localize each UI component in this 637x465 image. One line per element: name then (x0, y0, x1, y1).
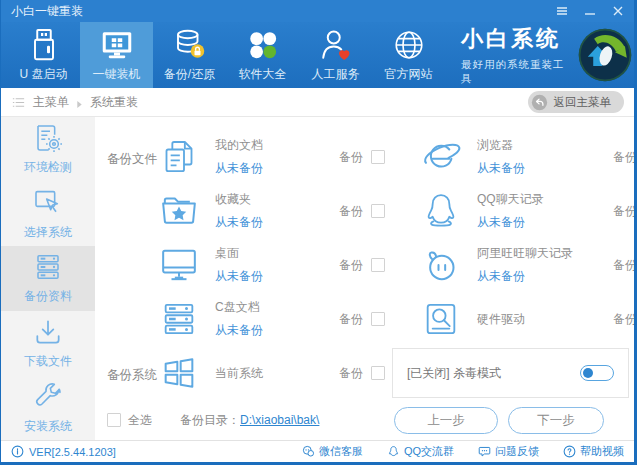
backup-caption: 备份 (613, 203, 637, 220)
help-icon (563, 445, 576, 458)
sidebar-item-label: 环境检测 (24, 159, 72, 176)
footer-link[interactable]: 问题反馈 (478, 444, 539, 459)
backup-system-row: 当前系统 备份 (159, 346, 385, 400)
system-item-name: 当前系统 (215, 365, 339, 382)
usb-icon (26, 27, 62, 63)
version-area: VER[2.5.44.1203] (11, 445, 116, 458)
antivirus-label: [已关闭] 杀毒模式 (407, 365, 501, 382)
brand-title: 小白系统 (461, 24, 566, 54)
menu-icon[interactable] (556, 5, 568, 17)
nav-item[interactable]: 软件大全 (226, 22, 299, 88)
backup-grid: 我的文档 从未备份 备份 收藏夹 从未备份 备份 桌面 从未备份 备份 C盘文档… (159, 130, 637, 346)
backup-caption: 备份 (339, 149, 363, 166)
breadcrumb-root[interactable]: 主菜单 (33, 94, 69, 111)
sidebar-item[interactable]: 下载文件 (1, 311, 95, 376)
backup-restore-icon (172, 27, 208, 63)
statusbar: VER[2.5.44.1203] 微信客服 QQ交流群 问题反馈 帮助视频 (1, 440, 634, 462)
sidebar: 环境检测 选择系统 备份资料 下载文件 安装系统 (1, 117, 95, 440)
body: 环境检测 选择系统 备份资料 下载文件 安装系统 备份文件 备份系统 我的文档 … (1, 117, 634, 440)
hardware-icon (421, 299, 461, 339)
download-icon (32, 316, 64, 348)
sidebar-item[interactable]: 选择系统 (1, 182, 95, 247)
antivirus-box: [已关闭] 杀毒模式 (392, 348, 629, 398)
footer-link[interactable]: 微信客服 (302, 444, 363, 459)
backup-checkbox[interactable] (371, 150, 385, 164)
antivirus-toggle[interactable] (580, 365, 614, 381)
backup-checkbox[interactable] (371, 258, 385, 272)
backup-item-text: 桌面 从未备份 (215, 245, 339, 285)
backup-checkbox[interactable] (371, 204, 385, 218)
nav-item-label: 人工服务 (312, 66, 360, 83)
windows-icon (159, 353, 199, 393)
next-step-button[interactable]: 下一步 (508, 407, 604, 434)
window-controls (556, 5, 624, 17)
backup-item: 硬件驱动 备份 (421, 292, 637, 346)
nav-item[interactable]: 一键装机 (80, 22, 153, 88)
backup-item-name: 桌面 (215, 245, 339, 262)
backup-item-name: QQ聊天记录 (477, 191, 613, 208)
footer-link[interactable]: QQ交流群 (387, 444, 454, 459)
titlebar: 小白一键重装 (1, 0, 634, 22)
backup-caption: 备份 (339, 365, 363, 382)
software-icon (245, 27, 281, 63)
sidebar-item[interactable]: 环境检测 (1, 117, 95, 182)
backup-item-text: C盘文档 从未备份 (215, 299, 339, 339)
backup-files-label: 备份文件 (107, 151, 157, 168)
nav-item[interactable]: 官方网站 (372, 22, 445, 88)
backup-item-text: 硬件驱动 (477, 311, 613, 328)
nav-item-label: 官方网站 (385, 66, 433, 83)
backup-item-text: 阿里旺旺聊天记录 从未备份 (477, 245, 613, 285)
select-all-checkbox[interactable] (107, 413, 121, 427)
env-check-icon (32, 122, 64, 154)
backup-system-label: 备份系统 (107, 367, 157, 384)
sidebar-item[interactable]: 备份资料 (1, 246, 95, 311)
backup-system-checkbox[interactable] (371, 366, 385, 380)
backup-item-status[interactable]: 从未备份 (477, 214, 613, 231)
return-main-menu-button[interactable]: 返回主菜单 (528, 91, 625, 113)
backup-dir-link[interactable]: D:\xiaobai\bak\ (240, 413, 319, 427)
sidebar-item[interactable]: 安装系统 (1, 375, 95, 440)
backup-item-name: 收藏夹 (215, 191, 339, 208)
footer-link[interactable]: 帮助视频 (563, 444, 624, 459)
backup-item-status[interactable]: 从未备份 (215, 322, 339, 339)
backup-data-icon (32, 251, 64, 283)
sidebar-item-label: 选择系统 (24, 224, 72, 241)
backup-item-status[interactable]: 从未备份 (215, 268, 339, 285)
backup-item-name: 硬件驱动 (477, 311, 613, 328)
prev-step-button[interactable]: 上一步 (394, 407, 498, 434)
backup-item-status[interactable]: 从未备份 (215, 214, 339, 231)
nav-item[interactable]: 人工服务 (299, 22, 372, 88)
backup-caption: 备份 (339, 311, 363, 328)
nav-item[interactable]: U 盘启动 (7, 22, 80, 88)
select-all-label: 全选 (128, 412, 152, 429)
sidebar-item-label: 下载文件 (24, 353, 72, 370)
backup-item-name: 浏览器 (477, 137, 613, 154)
backup-dir-label: 备份目录： (180, 412, 240, 429)
backup-item-text: QQ聊天记录 从未备份 (477, 191, 613, 231)
backup-item-text: 浏览器 从未备份 (477, 137, 613, 177)
backup-item-status[interactable]: 从未备份 (477, 160, 613, 177)
info-icon (11, 445, 24, 458)
breadcrumb: 主菜单 系统重装 返回主菜单 (1, 88, 634, 117)
nav-item[interactable]: 备份/还原 (153, 22, 226, 88)
close-icon[interactable] (612, 5, 624, 17)
feedback-icon (478, 445, 491, 458)
footer-link-label: 微信客服 (319, 444, 363, 459)
qq-group-icon (387, 445, 400, 458)
cdrive-icon (159, 299, 199, 339)
folder-star-icon (159, 191, 199, 231)
install-icon (32, 381, 64, 413)
documents-icon (159, 137, 199, 177)
minimize-icon[interactable] (584, 5, 596, 17)
backup-column-left: 我的文档 从未备份 备份 收藏夹 从未备份 备份 桌面 从未备份 备份 C盘文档… (159, 130, 385, 346)
backup-caption: 备份 (339, 257, 363, 274)
backup-item: C盘文档 从未备份 备份 (159, 292, 385, 346)
backup-item-name: 阿里旺旺聊天记录 (477, 245, 613, 262)
backup-caption: 备份 (613, 311, 637, 328)
backup-item-status[interactable]: 从未备份 (215, 160, 339, 177)
backup-item: 我的文档 从未备份 备份 (159, 130, 385, 184)
backup-caption: 备份 (339, 203, 363, 220)
install-monitor-icon (99, 27, 135, 63)
backup-checkbox[interactable] (371, 312, 385, 326)
backup-item-status[interactable]: 从未备份 (477, 268, 613, 285)
